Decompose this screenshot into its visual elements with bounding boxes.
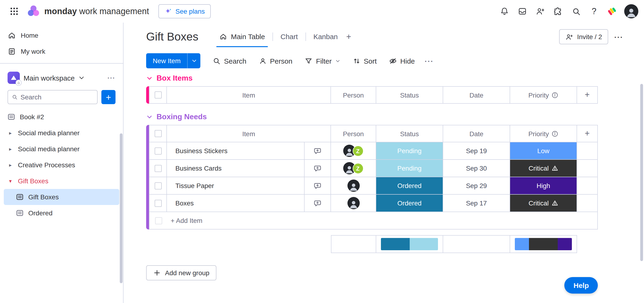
group-header-box-items[interactable]: Box Items bbox=[146, 74, 644, 82]
status-distribution-bar[interactable] bbox=[381, 238, 438, 250]
add-update-button[interactable] bbox=[304, 177, 331, 195]
status-cell[interactable]: Pending bbox=[376, 142, 443, 160]
row-checkbox[interactable] bbox=[154, 147, 162, 154]
column-person[interactable]: Person bbox=[331, 125, 376, 142]
board-menu-button[interactable]: ⋯ bbox=[614, 31, 623, 42]
priority-cell[interactable]: High bbox=[510, 177, 577, 195]
person-cell[interactable]: Z bbox=[331, 160, 376, 177]
date-cell[interactable]: Sep 19 bbox=[443, 142, 510, 160]
summary-status-cell[interactable] bbox=[376, 235, 443, 253]
group-title[interactable]: Boxing Needs bbox=[156, 113, 207, 121]
sidebar-folder-creative-processes[interactable]: ▸ Creative Processes bbox=[4, 157, 119, 173]
add-item-cell[interactable]: + Add Item bbox=[149, 212, 598, 230]
notifications-button[interactable] bbox=[496, 3, 513, 20]
add-update-button[interactable] bbox=[304, 195, 331, 212]
row-select-cell[interactable] bbox=[149, 177, 167, 195]
group-title[interactable]: Box Items bbox=[156, 74, 192, 82]
add-board-button[interactable]: + bbox=[101, 90, 116, 104]
status-cell[interactable]: Ordered bbox=[376, 177, 443, 195]
priority-label[interactable]: Critical bbox=[510, 160, 576, 177]
column-item[interactable]: Item bbox=[167, 125, 331, 142]
add-item-label[interactable]: + Add Item bbox=[171, 217, 202, 224]
column-item[interactable]: Item bbox=[167, 86, 331, 104]
add-column-button[interactable]: + bbox=[577, 125, 598, 142]
sidebar-folder-social-media-2[interactable]: ▸ Social media planner bbox=[4, 141, 119, 157]
info-icon[interactable] bbox=[552, 92, 558, 98]
date-cell[interactable]: Sep 29 bbox=[443, 177, 510, 195]
select-all-cell[interactable] bbox=[149, 86, 167, 104]
new-item-button[interactable]: New Item bbox=[146, 53, 200, 68]
column-priority[interactable]: Priority bbox=[510, 125, 577, 142]
person-cell[interactable] bbox=[331, 177, 376, 195]
inbox-button[interactable] bbox=[514, 3, 531, 20]
toolbar-filter[interactable]: Filter bbox=[304, 57, 340, 65]
status-cell[interactable]: Pending bbox=[376, 160, 443, 177]
tab-chart[interactable]: Chart bbox=[278, 26, 300, 47]
column-date[interactable]: Date bbox=[443, 86, 510, 104]
new-item-label[interactable]: New Item bbox=[146, 53, 187, 68]
info-icon[interactable] bbox=[552, 130, 558, 137]
row-checkbox[interactable] bbox=[154, 165, 162, 172]
add-new-group-button[interactable]: Add new group bbox=[146, 265, 216, 280]
status-label[interactable]: Ordered bbox=[376, 177, 443, 194]
sidebar-folder-gift-boxes[interactable]: ▾ Gift Boxes bbox=[4, 173, 119, 189]
priority-cell[interactable]: Critical bbox=[510, 195, 577, 212]
status-cell[interactable]: Ordered bbox=[376, 195, 443, 212]
row-select-cell[interactable] bbox=[149, 142, 167, 160]
summary-priority-cell[interactable] bbox=[510, 235, 577, 253]
collapse-group-icon[interactable] bbox=[146, 114, 153, 120]
column-status[interactable]: Status bbox=[376, 125, 443, 142]
item-name-cell[interactable]: Business Cards bbox=[167, 160, 304, 177]
add-update-button[interactable] bbox=[304, 142, 331, 160]
help-menu-button[interactable]: ? bbox=[586, 3, 602, 20]
select-all-checkbox[interactable] bbox=[154, 91, 162, 98]
sidebar-board-gift-boxes[interactable]: Gift Boxes bbox=[4, 189, 119, 205]
toolbar-more-button[interactable]: ⋯ bbox=[424, 55, 434, 66]
status-label[interactable]: Pending bbox=[376, 160, 443, 177]
sidebar-item-my-work[interactable]: My work bbox=[4, 43, 119, 59]
date-cell[interactable]: Sep 30 bbox=[443, 160, 510, 177]
apps-grid-button[interactable] bbox=[6, 3, 23, 20]
row-checkbox[interactable] bbox=[154, 200, 162, 207]
item-name-cell[interactable]: Tissue Paper bbox=[167, 177, 304, 195]
tab-kanban[interactable]: Kanban bbox=[310, 26, 340, 47]
priority-label[interactable]: Low bbox=[510, 142, 576, 159]
sidebar-folder-social-media-1[interactable]: ▸ Social media planner bbox=[4, 125, 119, 141]
main-scrollbar[interactable] bbox=[640, 84, 643, 261]
status-label[interactable]: Ordered bbox=[376, 195, 443, 212]
toolbar-hide[interactable]: Hide bbox=[389, 57, 415, 65]
see-plans-button[interactable]: See plans bbox=[158, 4, 211, 18]
add-item-row[interactable]: + Add Item bbox=[146, 212, 644, 230]
toolbar-sort[interactable]: Sort bbox=[352, 57, 377, 65]
sidebar-board-ordered[interactable]: Ordered bbox=[4, 205, 119, 221]
user-avatar[interactable] bbox=[624, 4, 638, 18]
product-switcher-button[interactable] bbox=[604, 3, 620, 20]
priority-label[interactable]: Critical bbox=[510, 195, 576, 212]
select-all-checkbox[interactable] bbox=[154, 130, 162, 137]
help-button[interactable]: Help bbox=[564, 277, 598, 294]
column-date[interactable]: Date bbox=[443, 125, 510, 142]
row-select-cell[interactable] bbox=[149, 195, 167, 212]
new-item-dropdown[interactable] bbox=[187, 53, 200, 68]
workspace-menu-button[interactable]: ⋯ bbox=[107, 73, 116, 83]
item-name-cell[interactable]: Business Stickers bbox=[167, 142, 304, 160]
workspace-switcher[interactable]: ⌂ Main workspace ⋯ bbox=[4, 67, 119, 88]
person-cell[interactable]: Z bbox=[331, 142, 376, 160]
add-update-button[interactable] bbox=[304, 160, 331, 177]
sidebar-search-input[interactable] bbox=[20, 93, 93, 101]
row-checkbox[interactable] bbox=[154, 182, 162, 189]
priority-cell[interactable]: Critical bbox=[510, 160, 577, 177]
row-select-cell[interactable] bbox=[149, 160, 167, 177]
toolbar-person[interactable]: Person bbox=[258, 57, 292, 65]
group-header-boxing-needs[interactable]: Boxing Needs bbox=[146, 113, 644, 121]
tab-main-table[interactable]: Main Table bbox=[216, 26, 268, 47]
invite-members-button[interactable] bbox=[532, 3, 549, 20]
sidebar-board-book2[interactable]: Book #2 bbox=[4, 109, 119, 125]
board-title[interactable]: Gift Boxes bbox=[146, 30, 198, 43]
collapse-group-icon[interactable] bbox=[146, 75, 153, 81]
select-all-cell[interactable] bbox=[149, 125, 167, 142]
invite-button[interactable]: Invite / 2 bbox=[559, 29, 608, 44]
add-view-button[interactable]: + bbox=[346, 32, 351, 42]
sidebar-searchbox[interactable] bbox=[8, 90, 98, 104]
brand[interactable]: monday work management bbox=[26, 4, 149, 18]
